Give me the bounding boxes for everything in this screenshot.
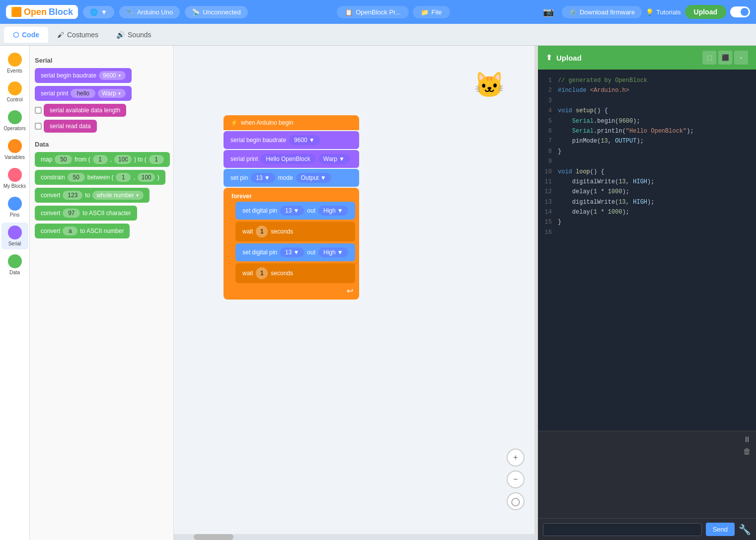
wrench-button[interactable]: 🔧 [739, 524, 751, 536]
block-serial-available-row: serial available data length [35, 104, 168, 117]
canvas-forever-block[interactable]: forever set digital pin 13 ▼ out High ▼ [224, 188, 359, 300]
events-dot [8, 53, 22, 67]
wait-value-2: 1 [256, 267, 268, 279]
canvas-baudrate-dropdown[interactable]: 9600 ▼ [289, 135, 320, 145]
camera-button[interactable]: 📷 [539, 4, 558, 19]
view-btn-split-h[interactable]: ⬚ [702, 51, 716, 65]
sidebar-item-pins[interactable]: Pins [1, 194, 28, 221]
canvas-wait-2[interactable]: wait 1 seconds [235, 263, 355, 283]
canvas-wait-1[interactable]: wait 1 seconds [235, 222, 355, 241]
block-convert-whole[interactable]: convert to whole number [35, 188, 150, 203]
tab-sounds[interactable]: 🔊 Sounds [107, 27, 160, 43]
code-line-16: 16 [542, 228, 752, 237]
baudrate-dropdown[interactable]: 9600 [99, 71, 126, 80]
serial-read-checkbox[interactable] [35, 123, 42, 130]
connection-button[interactable]: 📡 Unconnected [185, 6, 248, 18]
tab-code[interactable]: ⬡ Code [4, 27, 48, 43]
block-serial-available[interactable]: serial available data length [44, 104, 126, 117]
download-firmware-button[interactable]: ⚙️ Download firmware [562, 6, 642, 18]
canvas-serial-begin[interactable]: serial begin baudrate 9600 ▼ [224, 131, 359, 149]
globe-button[interactable]: 🌐 ▼ [83, 6, 114, 18]
canvas-set-digital-pin-2[interactable]: set digital pin 13 ▼ out High ▼ [235, 243, 355, 261]
block-serial-print[interactable]: serial print Warp [35, 86, 132, 101]
canvas-print-value-dropdown[interactable]: Hello OpenBlock [261, 154, 315, 164]
file-label: File [432, 8, 442, 16]
board-button[interactable]: 🔧 Arduino Uno [119, 6, 180, 18]
upload-icon: ⬆ [546, 53, 552, 62]
console-tools: ⏸ 🗑 [743, 435, 751, 456]
code-line-6: 6 Serial.println("Hello OpenBlock"); [542, 126, 752, 136]
whole-number-dropdown[interactable]: whole number [92, 191, 143, 200]
canvas-high1-dropdown[interactable]: High ▼ [318, 206, 348, 216]
sounds-icon: 🔊 [116, 31, 125, 39]
canvas-set-digital-pin-1[interactable]: set digital pin 13 ▼ out High ▼ [235, 202, 355, 220]
block-serial-begin[interactable]: serial begin baudrate 9600 [35, 68, 132, 83]
map-from1[interactable] [93, 155, 108, 164]
scrollbar-thumb[interactable] [194, 534, 233, 540]
block-constrain[interactable]: constrain between ( , ) [35, 170, 165, 185]
zoom-in-button[interactable]: + [507, 449, 525, 466]
canvas-digital-pin1-dropdown[interactable]: 13 ▼ [280, 206, 304, 216]
view-btn-full[interactable]: ▫ [734, 51, 748, 65]
canvas-mode-dropdown[interactable]: Output ▼ [296, 173, 331, 183]
sidebar-item-myblocks[interactable]: My Blocks [1, 165, 28, 192]
view-btn-split-v[interactable]: ⬛ [718, 51, 732, 65]
constrain-value[interactable] [68, 173, 85, 182]
pins-dot [8, 197, 22, 211]
canvas-area: 🐱 ⚡ when Arduino begin serial begin baud… [174, 46, 534, 540]
convert-ascii-value[interactable] [63, 209, 80, 218]
upload-main-button[interactable]: Upload [685, 5, 726, 19]
map-value[interactable] [55, 155, 72, 164]
map-from2[interactable] [114, 155, 132, 164]
constrain-max[interactable] [138, 173, 155, 182]
forever-arrow-icon: ↩ [347, 286, 353, 296]
zoom-out-button[interactable]: − [507, 470, 525, 488]
operators-label: Operators [3, 126, 25, 131]
mode-toggle[interactable] [730, 6, 750, 17]
file-button[interactable]: 📁 File [413, 6, 450, 18]
zoom-reset-button[interactable]: ◯ [507, 492, 525, 510]
pause-button[interactable]: ⏸ [743, 435, 751, 444]
canvas-warp-dropdown[interactable]: Warp ▼ [318, 154, 350, 164]
sidebar-item-control[interactable]: Control [1, 78, 28, 105]
sidebar-item-variables[interactable]: Variables [1, 136, 28, 163]
sidebar-item-data[interactable]: Data [1, 251, 28, 278]
connection-icon: 📡 [192, 8, 200, 16]
map-to[interactable] [149, 155, 164, 164]
warp-dropdown[interactable]: Warp [98, 89, 125, 98]
convert-whole-value[interactable] [63, 191, 82, 200]
canvas-set-pin[interactable]: set pin 13 ▼ mode Output ▼ [224, 169, 359, 187]
block-convert-ascii-char[interactable]: convert to ASCII character [35, 206, 137, 221]
serial-dot [8, 226, 22, 239]
horizontal-scrollbar[interactable] [174, 534, 534, 540]
board-icon: 🔧 [126, 8, 134, 16]
convert-ascii-num-value[interactable] [63, 227, 77, 235]
block-serial-read[interactable]: serial read data [44, 120, 97, 133]
tab-costumes[interactable]: 🖌 Costumes [48, 27, 107, 43]
canvas-when-arduino-begin[interactable]: ⚡ when Arduino begin [224, 115, 359, 130]
sidebar-item-serial[interactable]: Serial [1, 223, 28, 249]
tutorials-button[interactable]: 💡 Tutorials [646, 8, 680, 16]
sidebar-item-operators[interactable]: Operators [1, 107, 28, 134]
trash-button[interactable]: 🗑 [743, 447, 751, 456]
project-button[interactable]: 📋 OpenBlock Pr... [337, 6, 408, 18]
block-convert-ascii-num[interactable]: convert to ASCII number [35, 224, 130, 238]
console-input[interactable] [543, 523, 702, 536]
block-map[interactable]: map from ( , ) to ( [35, 152, 170, 167]
canvas-pin-dropdown[interactable]: 13 ▼ [251, 173, 275, 183]
canvas-serial-print[interactable]: serial print Hello OpenBlock Warp ▼ [224, 150, 359, 168]
forever-bottom: ↩ [227, 284, 355, 297]
send-button[interactable]: Send [706, 523, 735, 536]
variables-dot [8, 139, 22, 153]
serial-available-checkbox[interactable] [35, 107, 42, 114]
canvas-digital-pin2-dropdown[interactable]: 13 ▼ [280, 247, 304, 257]
data-label: Data [9, 270, 20, 275]
sidebar-item-events[interactable]: Events [1, 50, 28, 77]
right-panel: ⬆ Upload ⬚ ⬛ ▫ 1 // generated by OpenBlo… [537, 46, 756, 540]
project-label: OpenBlock Pr... [356, 8, 400, 16]
canvas-high2-dropdown[interactable]: High ▼ [318, 247, 348, 257]
code-line-12: 12 delay(1 * 1000); [542, 187, 752, 197]
serial-print-input[interactable] [71, 89, 95, 98]
constrain-min[interactable] [116, 173, 131, 182]
code-line-5: 5 Serial.begin(9600); [542, 116, 752, 126]
